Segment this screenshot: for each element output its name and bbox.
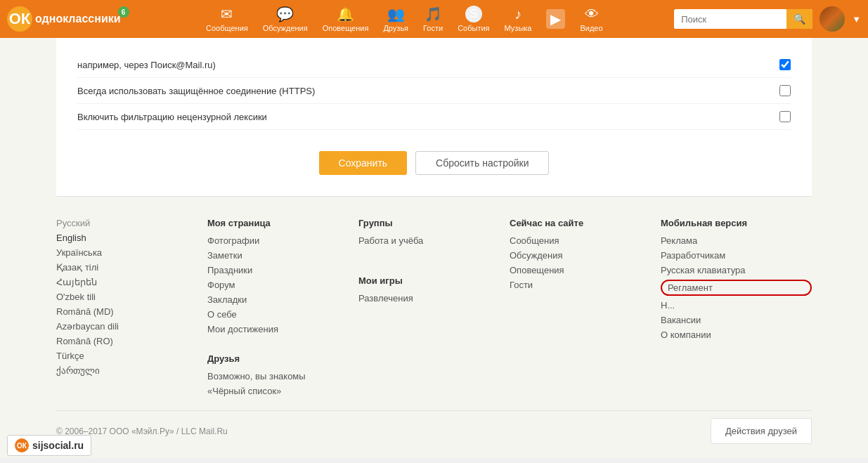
nav-messages-label: Сообщения	[206, 24, 248, 32]
logo-icon: ОК	[7, 6, 32, 32]
notification-badge: 6	[118, 6, 129, 18]
lang-romanian-ro[interactable]: Română (RO)	[56, 336, 207, 346]
footer-developers[interactable]: Разработчикам	[661, 250, 812, 261]
search-bar: 🔍	[674, 9, 812, 29]
settings-row-3-text: Включить фильтрацию нецензурной лексики	[77, 112, 779, 122]
footer-bottom: © 2006–2017 ООО «Мэйл.Ру» / LLC Mail.Ru …	[56, 410, 812, 458]
footer-moya-stranitsa: Моя страница Фотографии Заметки Праздник…	[207, 218, 358, 396]
footer-work-study[interactable]: Работа и учёба	[358, 235, 510, 246]
footer-maybe-know[interactable]: Возможно, вы знакомы	[207, 371, 358, 382]
main-area: например, через Поиск@Mail.ru) Всегда ис…	[0, 38, 868, 458]
footer-languages: Русский English Українська Қазақ тілі Հա…	[56, 218, 207, 396]
footer-gruppy: Группы Работа и учёба Мои игры Развлечен…	[358, 218, 510, 396]
watermark-text: sijsocial.ru	[32, 440, 84, 451]
footer-forum[interactable]: Форум	[207, 280, 358, 290]
footer-seichas: Сейчас на сайте Сообщения Обсуждения Опо…	[510, 218, 661, 396]
footer-ads[interactable]: Реклама	[661, 235, 812, 246]
friends-icon: 👥	[387, 6, 405, 22]
lang-current: Русский	[56, 218, 207, 228]
nav-items: ✉ Сообщения 💬 Обсуждения 🔔 Оповещения 👥 …	[142, 3, 668, 35]
logo-text: одноклассники	[35, 13, 121, 25]
top-navigation: ОК одноклассники 6 ✉ Сообщения 💬 Обсужде…	[0, 0, 868, 38]
footer-holidays[interactable]: Праздники	[207, 265, 358, 275]
logo[interactable]: ОК одноклассники 6	[7, 6, 135, 32]
footer-igry-title: Мои игры	[358, 275, 510, 286]
footer-about-me[interactable]: О себе	[207, 309, 358, 320]
footer-russian-keyboard[interactable]: Русская клавиатура	[661, 265, 812, 275]
settings-checkbox-2[interactable]	[779, 85, 791, 96]
nav-discussions-label: Обсуждения	[263, 24, 308, 32]
lang-romanian-md[interactable]: Română (MD)	[56, 306, 207, 317]
footer-entertainment[interactable]: Развлечения	[358, 293, 510, 304]
friends-action-button[interactable]: Действия друзей	[711, 418, 812, 444]
footer-about-company[interactable]: О компании	[661, 330, 812, 340]
messages-icon: ✉	[221, 6, 233, 22]
nav-notifications-label: Оповещения	[323, 24, 369, 32]
settings-row-3: Включить фильтрацию нецензурной лексики	[77, 104, 791, 130]
footer-seichas-messages[interactable]: Сообщения	[510, 235, 661, 246]
nav-friends-label: Друзья	[383, 24, 408, 32]
search-button[interactable]: 🔍	[786, 9, 812, 29]
footer-moya-stranitsa-title: Моя страница	[207, 218, 358, 228]
lang-kazakh[interactable]: Қазақ тілі	[56, 262, 207, 273]
discussions-icon: 💬	[276, 6, 294, 22]
settings-row-1-text: например, через Поиск@Mail.ru)	[77, 60, 779, 70]
settings-buttons: Сохранить Сбросить настройки	[77, 144, 791, 175]
reset-button[interactable]: Сбросить настройки	[415, 151, 549, 175]
nav-events[interactable]: S События	[452, 3, 495, 35]
save-button[interactable]: Сохранить	[319, 151, 408, 175]
lang-armenian[interactable]: Հայերեն	[56, 277, 207, 287]
footer-notes[interactable]: Заметки	[207, 250, 358, 261]
footer-mobilnaya: Мобильная версия Реклама Разработчикам Р…	[661, 218, 812, 396]
avatar-dropdown-icon[interactable]: ▼	[852, 14, 861, 25]
lang-english[interactable]: English	[56, 233, 207, 243]
nav-notifications[interactable]: 🔔 Оповещения	[317, 3, 375, 35]
footer: Русский English Українська Қазақ тілі Հա…	[56, 197, 812, 410]
settings-row-1: например, через Поиск@Mail.ru)	[77, 52, 791, 78]
watermark-icon: ОК	[15, 438, 29, 452]
footer-seichas-guests[interactable]: Гости	[510, 280, 661, 290]
nav-video-label: Видео	[580, 24, 602, 32]
nav-guests-label: Гости	[423, 24, 443, 32]
video-icon: 👁	[585, 6, 599, 22]
settings-panel: например, через Поиск@Mail.ru) Всегда ис…	[56, 38, 812, 197]
lang-georgian[interactable]: ქართული	[56, 365, 207, 376]
lang-azerbaijani[interactable]: Azərbaycan dili	[56, 321, 207, 332]
lang-uzbek[interactable]: O'zbek tili	[56, 292, 207, 302]
nav-friends[interactable]: 👥 Друзья	[377, 3, 414, 35]
settings-checkbox-3[interactable]	[779, 111, 791, 122]
avatar[interactable]	[820, 6, 845, 32]
nav-events-label: События	[458, 24, 489, 32]
settings-checkbox-1[interactable]	[779, 59, 791, 70]
footer-item-n[interactable]: Н...	[661, 300, 812, 311]
play-icon: ▶	[546, 9, 565, 29]
nav-music-label: Музыка	[505, 24, 532, 32]
nav-guests[interactable]: 🎵 Гости	[417, 3, 448, 35]
lang-turkish[interactable]: Türkçe	[56, 351, 207, 361]
search-input[interactable]	[674, 10, 786, 29]
events-icon: S	[465, 6, 482, 22]
footer-blacklist[interactable]: «Чёрный список»	[207, 386, 358, 396]
nav-messages[interactable]: ✉ Сообщения	[200, 3, 254, 35]
nav-video-play[interactable]: ▶	[540, 6, 571, 32]
footer-druzya-title: Друзья	[207, 353, 358, 364]
footer-achievements[interactable]: Мои достижения	[207, 324, 358, 334]
lang-ukrainian[interactable]: Українська	[56, 247, 207, 258]
nav-video[interactable]: 👁 Видео	[574, 4, 608, 35]
footer-photos[interactable]: Фотографии	[207, 235, 358, 246]
bell-icon: 🔔	[337, 6, 354, 22]
footer-seichas-notifications[interactable]: Оповещения	[510, 265, 661, 275]
watermark: ОК sijsocial.ru	[7, 435, 91, 456]
music-icon: ♪	[514, 6, 522, 22]
footer-reglament[interactable]: Регламент	[661, 280, 812, 296]
footer-seichas-discussions[interactable]: Обсуждения	[510, 250, 661, 261]
nav-discussions[interactable]: 💬 Обсуждения	[257, 3, 313, 35]
guests-icon: 🎵	[425, 6, 442, 22]
settings-row-2-text: Всегда использовать защищённое соединени…	[77, 86, 779, 96]
avatar-image	[820, 6, 845, 32]
footer-bookmarks[interactable]: Закладки	[207, 294, 358, 305]
footer-gruppy-title: Группы	[358, 218, 510, 228]
footer-vacancies[interactable]: Вакансии	[661, 315, 812, 325]
nav-music[interactable]: ♪ Музыка	[499, 4, 538, 35]
footer-seichas-title: Сейчас на сайте	[510, 218, 661, 228]
